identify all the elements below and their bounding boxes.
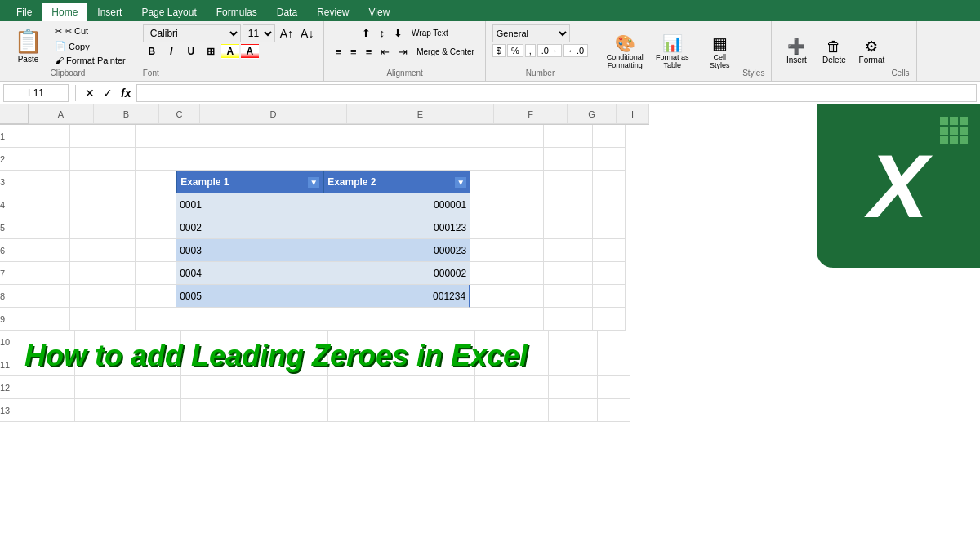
cell-B5[interactable]	[70, 216, 136, 239]
cell-E9[interactable]	[323, 308, 470, 331]
cell-E2[interactable]	[323, 148, 470, 171]
cell-D13[interactable]	[181, 399, 328, 422]
tab-insert[interactable]: Insert	[87, 3, 131, 21]
cell-A3[interactable]	[5, 171, 70, 193]
tab-formulas[interactable]: Formulas	[207, 3, 267, 21]
row-header-11[interactable]: 11	[0, 353, 10, 376]
cell-C1[interactable]	[136, 125, 176, 148]
formula-confirm-button[interactable]: ✓	[100, 86, 115, 100]
cell-I10[interactable]	[598, 331, 630, 353]
align-top-button[interactable]: ⬆	[358, 24, 375, 42]
filter-dropdown-D[interactable]: ▼	[308, 177, 319, 188]
conditional-formatting-button[interactable]: 🎨 ConditionalFormatting	[602, 30, 648, 73]
filter-dropdown-E[interactable]: ▼	[455, 177, 466, 188]
align-right-button[interactable]: ≡	[362, 43, 376, 60]
currency-button[interactable]: $	[492, 44, 506, 57]
bold-button[interactable]: B	[143, 44, 161, 59]
tab-file[interactable]: File	[7, 3, 42, 21]
cell-G2[interactable]	[544, 148, 593, 171]
cell-B4[interactable]	[70, 193, 136, 216]
format-button[interactable]: ⚙ Format	[853, 30, 889, 73]
cell-I2[interactable]	[593, 148, 626, 171]
cell-I7[interactable]	[593, 262, 626, 285]
font-increase-button[interactable]: A↑	[277, 25, 296, 42]
cell-D9[interactable]	[176, 308, 323, 331]
row-header-12[interactable]: 12	[0, 376, 10, 399]
cell-A5[interactable]	[5, 216, 70, 239]
cell-I12[interactable]	[598, 376, 630, 399]
col-header-G[interactable]: G	[568, 104, 617, 124]
decimal-decrease-button[interactable]: ←.0	[564, 44, 588, 57]
fill-color-button[interactable]: A	[221, 44, 239, 59]
formula-input[interactable]	[136, 84, 977, 102]
row-header-13[interactable]: 13	[0, 399, 10, 422]
font-decrease-button[interactable]: A↓	[297, 25, 317, 42]
cell-F3[interactable]	[470, 171, 544, 193]
cell-F2[interactable]	[470, 148, 544, 171]
cell-I9[interactable]	[593, 308, 626, 331]
cell-A1[interactable]	[5, 125, 70, 148]
percent-button[interactable]: %	[507, 44, 523, 57]
tab-home[interactable]: Home	[42, 3, 87, 21]
cell-C13[interactable]	[140, 399, 181, 422]
indent-increase-button[interactable]: ⇥	[394, 43, 412, 60]
col-header-B[interactable]: B	[94, 104, 159, 124]
cell-I8[interactable]	[593, 285, 626, 308]
col-header-I[interactable]: I	[617, 104, 649, 124]
col-header-D[interactable]: D	[200, 104, 347, 124]
number-format-select[interactable]: General	[492, 24, 570, 42]
cell-B6[interactable]	[70, 239, 136, 262]
cell-G3[interactable]	[544, 171, 593, 193]
col-header-E[interactable]: E	[347, 104, 494, 124]
col-header-F[interactable]: F	[494, 104, 568, 124]
cell-B1[interactable]	[70, 125, 136, 148]
tab-view[interactable]: View	[359, 3, 400, 21]
cell-B9[interactable]	[70, 308, 136, 331]
cell-F12[interactable]	[475, 376, 549, 399]
cell-I3[interactable]	[593, 171, 626, 193]
cell-G5[interactable]	[544, 216, 593, 239]
cell-A9[interactable]	[5, 308, 70, 331]
font-color-button[interactable]: A	[241, 44, 259, 59]
cell-D4[interactable]: 0001	[176, 193, 323, 216]
cell-C5[interactable]	[136, 216, 176, 239]
align-bottom-button[interactable]: ⬇	[390, 24, 407, 42]
cell-C2[interactable]	[136, 148, 176, 171]
font-size-select[interactable]: 11	[243, 24, 275, 42]
delete-button[interactable]: 🗑 Delete	[816, 30, 852, 73]
cell-B3[interactable]	[70, 171, 136, 193]
cell-D7[interactable]: 0004	[176, 262, 323, 285]
cell-C12[interactable]	[140, 376, 181, 399]
cell-A12[interactable]	[10, 376, 75, 399]
cell-F7[interactable]	[470, 262, 544, 285]
cell-I5[interactable]	[593, 216, 626, 239]
cell-B7[interactable]	[70, 262, 136, 285]
decimal-increase-button[interactable]: .0→	[537, 44, 562, 57]
formula-cancel-button[interactable]: ✕	[82, 86, 97, 100]
cell-I1[interactable]	[593, 125, 626, 148]
cell-D8[interactable]: 0005	[176, 285, 323, 308]
cell-C4[interactable]	[136, 193, 176, 216]
cell-G8[interactable]	[544, 285, 593, 308]
cut-button[interactable]: ✂ ✂ Cut	[51, 24, 129, 38]
cell-G6[interactable]	[544, 239, 593, 262]
cell-E8[interactable]: 001234	[323, 285, 470, 308]
cell-styles-button[interactable]: ▦ CellStyles	[697, 30, 742, 73]
cell-F5[interactable]	[470, 216, 544, 239]
cell-E1[interactable]	[323, 125, 470, 148]
copy-button[interactable]: 📄 Copy	[51, 39, 129, 53]
merge-center-button[interactable]: Merge & Center	[412, 45, 479, 59]
cell-G10[interactable]	[549, 331, 598, 353]
cell-D12[interactable]	[181, 376, 328, 399]
italic-button[interactable]: I	[163, 44, 180, 59]
comma-button[interactable]: ,	[525, 44, 536, 57]
cell-A7[interactable]	[5, 262, 70, 285]
cell-E7[interactable]: 000002	[323, 262, 470, 285]
tab-review[interactable]: Review	[307, 3, 359, 21]
insert-button[interactable]: ➕ Insert	[778, 30, 814, 73]
cell-A4[interactable]	[5, 193, 70, 216]
cell-A6[interactable]	[5, 239, 70, 262]
cell-E12[interactable]	[328, 376, 475, 399]
align-center-button[interactable]: ≡	[346, 43, 361, 60]
cell-F8[interactable]	[470, 285, 544, 308]
